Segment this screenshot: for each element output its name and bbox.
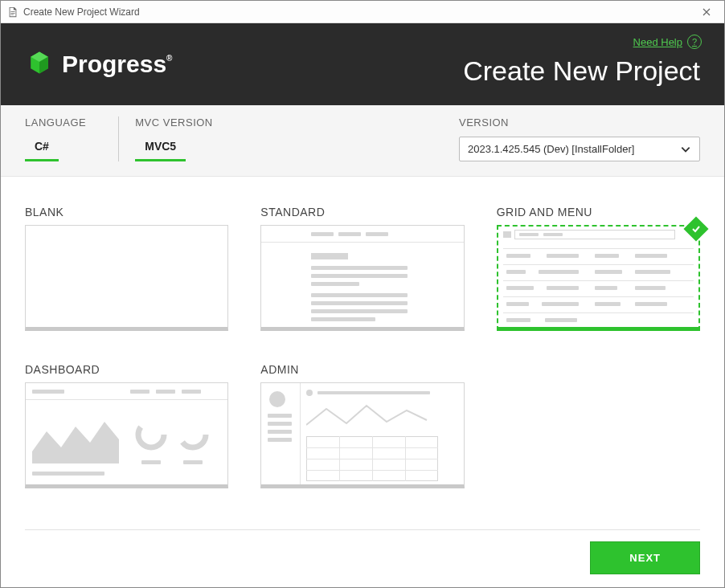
divider [118, 116, 119, 161]
template-label: DASHBOARD [25, 363, 228, 376]
version-label: VERSION [459, 116, 700, 129]
template-admin[interactable]: ADMIN [260, 363, 464, 488]
page-title: Create New Project [463, 55, 700, 87]
version-selected-value: 2023.1.425.545 (Dev) [InstallFolder] [468, 143, 634, 155]
mvc-version-tab[interactable]: MVC5 [135, 137, 186, 161]
template-thumbnail [25, 225, 228, 331]
brand-logo-icon [25, 48, 54, 80]
mvc-version-label: MVC VERSION [135, 116, 213, 129]
window-titlebar: Create New Project Wizard [1, 1, 724, 23]
window-title: Create New Project Wizard [23, 6, 140, 18]
template-thumbnail [260, 382, 464, 488]
template-grid-and-menu[interactable]: GRID AND MENU [497, 206, 700, 331]
window-close-button[interactable] [695, 3, 718, 21]
template-thumbnail [25, 382, 228, 488]
version-group: VERSION 2023.1.425.545 (Dev) [InstallFol… [459, 116, 700, 161]
help-icon: ? [687, 35, 702, 49]
template-label: ADMIN [260, 363, 464, 376]
templates-grid: BLANK STANDARD GRID AND MENU [1, 177, 724, 496]
template-thumbnail [497, 225, 700, 331]
language-group: LANGUAGE C# [25, 116, 86, 161]
config-bar: LANGUAGE C# MVC VERSION MVC5 VERSION 202… [1, 105, 724, 177]
mvc-group: MVC VERSION MVC5 [135, 116, 213, 161]
svg-point-3 [138, 422, 164, 447]
selected-check-icon [683, 216, 708, 241]
header: Progress® Create New Project Need Help ? [1, 23, 724, 105]
brand: Progress® [25, 48, 172, 80]
template-thumbnail [260, 225, 464, 331]
template-blank[interactable]: BLANK [25, 206, 228, 331]
version-dropdown[interactable]: 2023.1.425.545 (Dev) [InstallFolder] [459, 137, 700, 161]
chevron-down-icon [680, 144, 691, 155]
help-label: Need Help [633, 36, 682, 48]
template-label: GRID AND MENU [497, 206, 700, 218]
brand-name: Progress® [62, 51, 172, 78]
document-icon [7, 6, 18, 18]
need-help-link[interactable]: Need Help ? [633, 35, 702, 49]
template-label: STANDARD [260, 206, 464, 218]
language-tab[interactable]: C# [25, 137, 59, 161]
template-dashboard[interactable]: DASHBOARD [25, 363, 228, 488]
language-label: LANGUAGE [25, 116, 86, 129]
next-button[interactable]: NEXT [590, 541, 700, 574]
footer: NEXT [25, 529, 700, 574]
template-standard[interactable]: STANDARD [260, 206, 464, 331]
svg-point-4 [180, 422, 206, 447]
template-label: BLANK [25, 206, 228, 218]
